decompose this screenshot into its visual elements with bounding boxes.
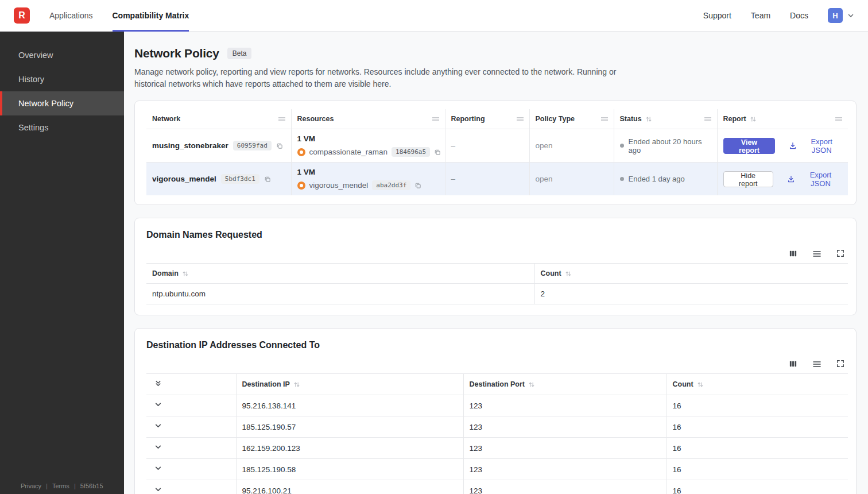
reporting-value: – [445,163,529,196]
sidebar-item-history[interactable]: History [0,67,124,91]
table-toolbar [146,360,844,369]
fullscreen-icon[interactable] [836,360,844,369]
destination-port-cell: 123 [463,459,666,480]
columns-icon[interactable] [789,249,797,258]
destination-ip-cell: 162.159.200.123 [236,438,463,459]
sort-icon[interactable] [565,271,572,277]
vm-icon [297,148,305,156]
destination-ip-cell: 185.125.190.57 [236,416,463,438]
rows-icon[interactable] [812,249,822,258]
sidebar-item-settings[interactable]: Settings [0,115,124,140]
main-content: Network Policy Beta Manage network polic… [124,32,868,494]
fullscreen-icon[interactable] [836,249,844,258]
download-icon [789,142,797,150]
drag-handle-icon[interactable] [432,117,439,118]
page-title: Network Policy [134,47,219,60]
tab-applications[interactable]: Applications [49,0,93,32]
drag-handle-icon[interactable] [278,117,285,118]
double-chevron-down-icon[interactable] [152,380,162,387]
policy-type-value: open [529,129,614,163]
column-header-report[interactable]: Report [717,109,848,129]
chevron-down-icon[interactable] [152,401,162,408]
column-header-destination-ip[interactable]: Destination IP [236,374,463,395]
sort-icon[interactable] [528,381,535,388]
resource-id-badge: aba2dd3f [372,180,410,190]
resource-id-badge: 184696a5 [392,147,430,157]
status-dot [620,177,624,181]
copy-icon[interactable] [434,149,441,156]
destination-port-cell: 123 [463,480,666,494]
count-cell: 16 [666,459,848,480]
count-cell: 16 [666,438,848,459]
count-cell: 16 [666,416,848,438]
drag-handle-icon[interactable] [517,117,524,118]
network-name: vigorous_mendel [152,175,216,183]
sidebar-item-overview[interactable]: Overview [0,43,124,67]
copy-icon[interactable] [276,142,283,149]
count-cell: 16 [666,480,848,494]
rows-icon[interactable] [812,360,822,369]
sort-icon[interactable] [645,116,652,122]
domains-card: Domain Names Requested Domain Count ntp.… [134,218,857,315]
destination-port-cell: 123 [463,395,666,416]
count-cell: 2 [534,284,848,304]
chevron-down-icon[interactable] [152,443,162,451]
column-header-status[interactable]: Status [614,109,717,129]
export-json-button[interactable]: Export JSON [787,171,842,188]
sort-icon[interactable] [750,116,757,122]
download-icon [787,175,795,183]
build-version: 5f56b15 [80,483,103,489]
user-menu[interactable]: H [828,8,854,23]
column-header-policy-type[interactable]: Policy Type [529,109,614,129]
destination-port-cell: 123 [463,438,666,459]
sidebar-footer: Privacy | Terms | 5f56b15 [21,483,103,489]
privacy-link[interactable]: Privacy [21,483,41,489]
table-row: 162.159.200.123 123 16 [146,438,848,459]
column-header-network[interactable]: Network [146,109,291,129]
resources-count: 1 VM [297,134,439,143]
count-cell: 16 [666,395,848,416]
table-row: 185.125.190.58 123 16 [146,459,848,480]
destination-ip-cell: 185.125.190.58 [236,459,463,480]
column-header-reporting[interactable]: Reporting [445,109,529,129]
link-docs[interactable]: Docs [790,11,808,20]
copy-icon[interactable] [414,182,421,189]
hide-report-button[interactable]: Hide report [723,171,773,187]
drag-handle-icon[interactable] [835,117,842,118]
network-table: Network Resources Reporting Policy Type … [146,109,848,195]
link-support[interactable]: Support [703,11,731,20]
column-header-count[interactable]: Count [666,374,848,395]
column-header-resources[interactable]: Resources [291,109,445,129]
link-team[interactable]: Team [751,11,770,20]
reporting-value: – [445,129,529,163]
chevron-down-icon [847,12,854,19]
table-row: ntp.ubuntu.com 2 [146,284,848,304]
sidebar-item-network-policy[interactable]: Network Policy [0,91,124,115]
domain-cell: ntp.ubuntu.com [146,284,534,304]
terms-link[interactable]: Terms [52,483,69,489]
view-report-button[interactable]: View report [723,138,776,154]
chevron-down-icon[interactable] [152,465,162,472]
drag-handle-icon[interactable] [601,117,608,118]
column-header-domain[interactable]: Domain [146,264,534,284]
sort-icon[interactable] [293,381,300,388]
avatar[interactable]: H [828,8,843,23]
columns-icon[interactable] [789,360,797,369]
column-header-count[interactable]: Count [534,264,848,284]
sort-icon[interactable] [697,381,704,388]
sort-icon[interactable] [182,271,189,277]
table-row: musing_stonebraker 60959fad 1 VM compass… [146,129,848,163]
beta-badge: Beta [227,48,252,59]
column-header-destination-port[interactable]: Destination Port [463,374,666,395]
resource-name: vigorous_mendel [309,181,369,190]
chevron-down-icon[interactable] [152,486,162,493]
app-logo[interactable]: R [14,7,30,24]
chevron-down-icon[interactable] [152,422,162,430]
status-text: Ended about 20 hours ago [629,137,711,155]
policy-type-value: open [529,163,614,196]
copy-icon[interactable] [264,176,271,183]
tab-compatibility-matrix[interactable]: Compatibility Matrix [113,0,189,32]
drag-handle-icon[interactable] [704,117,711,118]
export-json-button[interactable]: Export JSON [789,137,842,155]
topbar: R Applications Compatibility Matrix Supp… [0,0,868,32]
